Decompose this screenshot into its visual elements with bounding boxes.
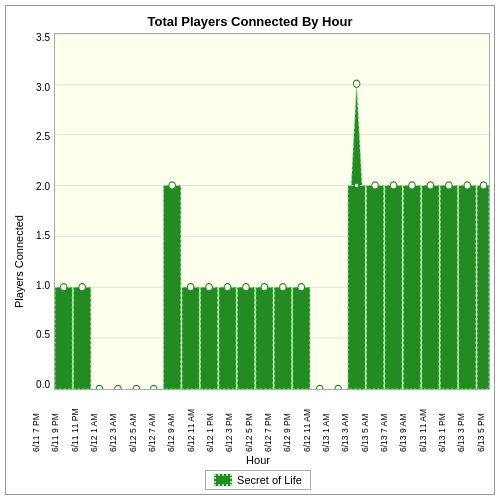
svg-point-8: [60, 284, 67, 291]
y-tick: 0.5: [36, 330, 50, 340]
chart-container: Total Players Connected By Hour Players …: [5, 5, 495, 495]
svg-rect-21: [219, 287, 236, 389]
svg-rect-43: [422, 185, 439, 389]
svg-point-10: [79, 284, 86, 291]
chart-body: Players Connected 0.00.51.01.52.02.53.03…: [10, 33, 490, 490]
x-tick: 6/13 11 AM: [413, 392, 432, 452]
plot-area-wrapper: 0.00.51.01.52.02.53.03.5: [26, 33, 490, 390]
svg-rect-49: [477, 185, 489, 389]
x-tick: 6/11 7 PM: [26, 392, 45, 452]
svg-rect-47: [459, 185, 476, 389]
x-tick: 6/12 3 AM: [103, 392, 122, 452]
svg-point-14: [150, 385, 157, 389]
x-tick: 6/12 5 PM: [239, 392, 258, 452]
svg-rect-27: [274, 287, 291, 389]
svg-rect-33: [348, 185, 365, 389]
x-tick: 6/13 1 AM: [316, 392, 335, 452]
chart-svg: [55, 34, 489, 389]
x-tick: 6/13 9 AM: [393, 392, 412, 452]
svg-point-20: [206, 284, 213, 291]
svg-rect-41: [403, 185, 420, 389]
y-tick: 1.0: [36, 281, 50, 291]
x-tick: 6/13 5 AM: [355, 392, 374, 452]
legend-label: Secret of Life: [237, 474, 302, 486]
svg-rect-37: [366, 185, 383, 389]
x-tick: 6/13 7 AM: [374, 392, 393, 452]
svg-point-50: [480, 182, 487, 189]
svg-point-42: [409, 182, 416, 189]
x-tick: 6/13 3 PM: [451, 392, 470, 452]
svg-point-12: [115, 385, 122, 389]
svg-point-31: [316, 385, 323, 389]
y-tick: 3.5: [36, 33, 50, 43]
svg-point-48: [464, 182, 471, 189]
bottom-area: 6/11 7 PM6/11 9 PM6/11 11 PM6/12 1 AM6/1…: [26, 390, 490, 490]
svg-rect-19: [200, 287, 217, 389]
x-tick: 6/12 1 PM: [200, 392, 219, 452]
x-tick: 6/12 11 AM: [297, 392, 316, 452]
svg-rect-15: [164, 185, 181, 389]
chart-inner: 0.00.51.01.52.02.53.03.5: [26, 33, 490, 490]
y-tick: 3.0: [36, 83, 50, 93]
x-tick: 6/12 1 AM: [84, 392, 103, 452]
plot-area: [54, 33, 490, 390]
x-tick: 6/12 9 PM: [277, 392, 296, 452]
svg-rect-17: [182, 287, 199, 389]
svg-rect-39: [385, 185, 402, 389]
y-tick: 0.0: [36, 380, 50, 390]
x-tick: 6/13 1 PM: [432, 392, 451, 452]
x-tick: 6/12 7 PM: [258, 392, 277, 452]
y-tick: 2.5: [36, 132, 50, 142]
svg-point-16: [169, 182, 176, 189]
svg-point-30: [298, 284, 305, 291]
svg-point-36: [354, 183, 358, 188]
svg-point-26: [261, 284, 268, 291]
svg-point-44: [427, 182, 434, 189]
svg-point-13: [133, 385, 140, 389]
svg-point-11: [96, 385, 103, 389]
y-tick: 2.0: [36, 182, 50, 192]
svg-rect-7: [55, 287, 72, 389]
y-tick: 1.5: [36, 231, 50, 241]
svg-rect-45: [440, 185, 457, 389]
x-tick: 6/11 9 PM: [45, 392, 64, 452]
x-tick: 6/13 5 PM: [471, 392, 490, 452]
svg-point-32: [335, 385, 342, 389]
x-tick: 6/12 5 AM: [123, 392, 142, 452]
svg-point-38: [372, 182, 379, 189]
x-tick: 6/12 11 AM: [181, 392, 200, 452]
x-tick: 6/12 9 AM: [161, 392, 180, 452]
svg-rect-25: [256, 287, 273, 389]
chart-title: Total Players Connected By Hour: [148, 14, 353, 29]
svg-point-28: [280, 284, 287, 291]
x-tick: 6/12 7 AM: [142, 392, 161, 452]
svg-point-24: [243, 284, 250, 291]
legend-area: Secret of Life: [205, 470, 311, 490]
x-tick: 6/11 11 PM: [65, 392, 84, 452]
legend-color-box: [214, 474, 232, 486]
y-axis-label: Players Connected: [10, 33, 26, 490]
svg-point-40: [390, 182, 397, 189]
x-tick: 6/12 3 PM: [219, 392, 238, 452]
svg-point-46: [446, 182, 453, 189]
x-tick: 6/13 3 AM: [335, 392, 354, 452]
svg-rect-23: [237, 287, 254, 389]
svg-point-35: [353, 80, 360, 87]
x-axis-label: Hour: [246, 454, 270, 466]
svg-rect-29: [293, 287, 310, 389]
x-ticks: 6/11 7 PM6/11 9 PM6/11 11 PM6/12 1 AM6/1…: [26, 392, 490, 452]
svg-rect-9: [73, 287, 90, 389]
svg-point-18: [187, 284, 194, 291]
svg-point-22: [224, 284, 231, 291]
y-ticks: 0.00.51.01.52.02.53.03.5: [26, 33, 54, 390]
